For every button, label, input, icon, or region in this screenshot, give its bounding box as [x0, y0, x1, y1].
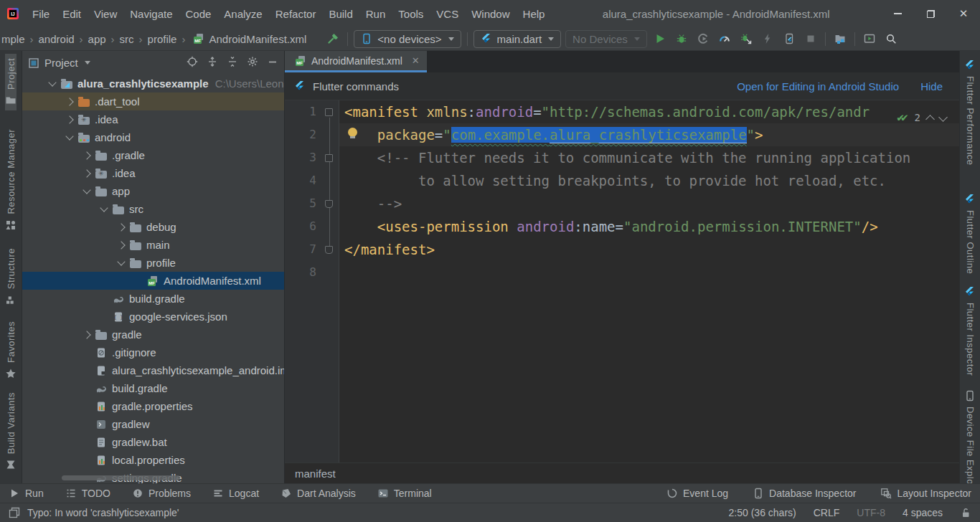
tree-chevron-icon[interactable]	[81, 329, 93, 341]
fold-marker-icon[interactable]	[325, 154, 333, 162]
tree-item[interactable]: build.gradle	[22, 290, 284, 308]
stripe-tab-project[interactable]: Project	[5, 54, 17, 110]
tree-item[interactable]: android	[22, 128, 284, 146]
toolwindow-terminal[interactable]: Terminal	[377, 488, 432, 499]
tree-item[interactable]: { }google-services.json	[22, 308, 284, 326]
tree-item[interactable]: alura_crashlyticsexample_android.iml	[22, 361, 284, 379]
code-line[interactable]: 2 package="com.example.alura_crashlytics…	[285, 123, 959, 146]
restore-button[interactable]	[914, 0, 947, 27]
debug-button[interactable]	[671, 29, 692, 49]
menu-build[interactable]: Build	[322, 6, 359, 22]
unlock-icon[interactable]	[960, 507, 971, 518]
menu-code[interactable]: Code	[179, 6, 217, 22]
toolwindow-layout-inspector[interactable]: Layout Inspector	[880, 488, 971, 499]
search-everywhere-button[interactable]	[880, 29, 902, 49]
attach-debugger-button[interactable]	[735, 29, 757, 49]
tree-chevron-icon[interactable]	[116, 222, 127, 233]
collapse-all-button[interactable]	[227, 56, 238, 70]
tree-item[interactable]: src	[22, 200, 284, 218]
menu-window[interactable]: Window	[465, 6, 516, 22]
stripe-tab-flutter-inspector[interactable]: Flutter Inspector	[964, 282, 976, 380]
code-line[interactable]: 5 -->	[285, 192, 959, 215]
tree-chevron-icon[interactable]	[81, 150, 93, 161]
settings-gear-button[interactable]	[247, 56, 258, 70]
code-line[interactable]: 1<manifest xmlns:android="http://schemas…	[285, 100, 959, 123]
tree-item[interactable]: .idea	[22, 164, 284, 182]
menu-run[interactable]: Run	[359, 6, 392, 22]
device-selector-dropdown[interactable]: <no devices>	[354, 30, 461, 48]
locate-button[interactable]	[187, 56, 198, 70]
menu-tools[interactable]: Tools	[392, 6, 430, 22]
breadcrumb-item[interactable]: src	[120, 33, 134, 45]
breadcrumb-manifest[interactable]: manifest	[295, 468, 336, 480]
toolwindow-event-log[interactable]: Event Log	[666, 488, 728, 499]
menu-navigate[interactable]: Navigate	[123, 6, 179, 22]
fold-end-marker-icon[interactable]	[325, 200, 333, 208]
build-hammer-button[interactable]	[322, 29, 344, 49]
menu-analyze[interactable]: Analyze	[217, 6, 268, 22]
expand-all-button[interactable]	[207, 56, 218, 70]
project-structure-button[interactable]	[829, 29, 851, 49]
menu-vcs[interactable]: VCS	[430, 6, 465, 22]
minimize-button[interactable]	[881, 0, 914, 27]
tree-item[interactable]: .idea	[22, 110, 284, 128]
menu-file[interactable]: File	[26, 6, 56, 22]
caret-position[interactable]: 2:50 (36 chars)	[729, 507, 796, 518]
fold-end-marker-icon[interactable]	[325, 246, 333, 254]
inspections-widget[interactable]: ✔✔ 2	[897, 106, 946, 129]
flutter-attach-button[interactable]	[778, 29, 800, 49]
line-ending[interactable]: CRLF	[814, 507, 840, 518]
close-tab-icon[interactable]: ✕	[412, 55, 420, 66]
code-line[interactable]: 8	[285, 261, 959, 284]
toolwindow-database-inspector[interactable]: Database Inspector	[753, 488, 856, 499]
tree-chevron-icon[interactable]	[116, 257, 127, 269]
run-button[interactable]	[649, 29, 671, 49]
breadcrumb-item[interactable]: mple	[1, 33, 25, 45]
profiler-button[interactable]	[714, 29, 735, 49]
stripe-tab-flutter-outline[interactable]: Flutter Outline	[964, 189, 976, 278]
file-encoding[interactable]: UTF-8	[857, 507, 885, 518]
toolwindow-problems[interactable]: Problems	[132, 488, 191, 499]
hide-banner-link[interactable]: Hide	[920, 80, 943, 92]
breadcrumb-item[interactable]: android	[39, 33, 75, 45]
breadcrumb-item[interactable]: app	[88, 33, 106, 45]
stripe-tab-favorites[interactable]: Favorites	[5, 317, 17, 384]
profile-button[interactable]	[692, 29, 714, 49]
toolwindow-logcat[interactable]: Logcat	[212, 488, 259, 499]
indent-setting[interactable]: 4 spaces	[903, 507, 943, 518]
tree-item[interactable]: debug	[22, 218, 284, 236]
prev-problem-icon[interactable]	[925, 115, 935, 124]
stripe-tab-resource-manager[interactable]: Resource Manager	[5, 125, 17, 235]
tree-item[interactable]: alura_crashlyticsexampleC:\Users\Leonar	[22, 75, 284, 92]
tree-item[interactable]: main	[22, 236, 284, 254]
menu-edit[interactable]: Edit	[56, 6, 88, 22]
close-button[interactable]: ✕	[947, 0, 980, 27]
stripe-tab-flutter-performance[interactable]: Flutter Performance	[964, 55, 976, 169]
tree-item[interactable]: local.properties	[22, 451, 284, 469]
device-manager-button[interactable]	[859, 29, 880, 49]
open-in-android-studio-link[interactable]: Open for Editing in Android Studio	[737, 80, 899, 92]
code-line[interactable]: 7</manifest>	[285, 238, 959, 261]
breadcrumb-file[interactable]: MFAndroidManifest.xml	[190, 33, 306, 45]
tree-item[interactable]: .gitignore	[22, 343, 284, 361]
code-editor[interactable]: 1<manifest xmlns:android="http://schemas…	[285, 100, 959, 462]
project-panel-title[interactable]: Project	[44, 57, 78, 69]
toolwindow-todo[interactable]: TODO	[65, 488, 110, 499]
tree-chevron-icon[interactable]	[64, 96, 75, 108]
tab-androidmanifest[interactable]: MF AndroidManifest.xml ✕	[285, 51, 427, 72]
tree-item[interactable]: MFAndroidManifest.xml	[22, 272, 284, 290]
next-problem-icon[interactable]	[938, 113, 948, 122]
stripe-tab-structure[interactable]: Structure	[5, 244, 17, 310]
tree-item[interactable]: gradle	[22, 326, 284, 343]
run-config-dropdown[interactable]: main.dart	[473, 30, 562, 48]
toolwindow-run[interactable]: Run	[9, 488, 44, 499]
menu-refactor[interactable]: Refactor	[269, 6, 323, 22]
tool-window-switcher-icon[interactable]	[9, 507, 20, 518]
code-line[interactable]: 4 to allow setting breakpoints, to provi…	[285, 169, 959, 192]
menu-view[interactable]: View	[88, 6, 123, 22]
breadcrumb-item[interactable]: profile	[148, 33, 177, 45]
chevron-down-icon[interactable]	[85, 61, 90, 65]
tree-chevron-icon[interactable]	[81, 168, 93, 179]
fold-marker-icon[interactable]	[325, 108, 333, 116]
tree-chevron-icon[interactable]	[64, 132, 75, 143]
